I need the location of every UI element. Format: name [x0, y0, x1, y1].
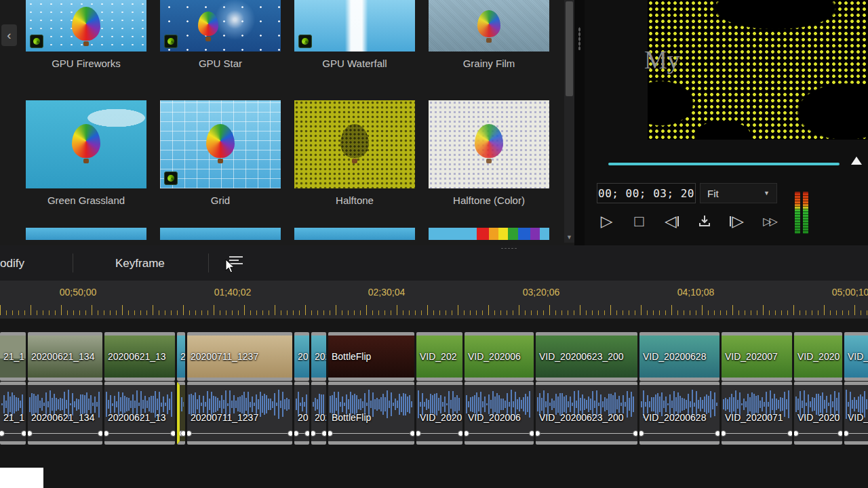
volume-keyframe-handle[interactable]	[458, 430, 462, 436]
audio-clip[interactable]: 20	[294, 382, 309, 445]
audio-clip[interactable]: VID_2	[844, 382, 868, 445]
volume-keyframe-handle[interactable]	[321, 430, 326, 436]
keyframe-button[interactable]: Keyframe	[115, 257, 165, 270]
effects-scrollbar[interactable]: ▼	[564, 0, 574, 243]
effect-thumbnail[interactable]	[294, 100, 415, 188]
audio-clip[interactable]: VID_2020	[416, 382, 462, 445]
volume-keyframe-handle[interactable]	[837, 430, 842, 436]
timecode-display[interactable]: 00; 00; 03; 20	[597, 183, 696, 203]
fast-forward-button[interactable]: ▷▷	[758, 209, 781, 232]
effect-item[interactable]: Green Grassland	[26, 100, 146, 206]
effect-thumbnail[interactable]	[429, 228, 549, 240]
volume-keyframe-handle[interactable]	[180, 430, 185, 436]
effect-thumbnail[interactable]	[160, 0, 281, 52]
audio-clip[interactable]: BottleFlip	[328, 382, 414, 445]
effect-item[interactable]	[294, 228, 415, 240]
volume-keyframe-handle[interactable]	[170, 430, 175, 436]
volume-keyframe-handle[interactable]	[187, 430, 192, 436]
modify-button[interactable]: odify	[0, 257, 24, 270]
effect-item[interactable]	[429, 228, 549, 240]
volume-line[interactable]	[794, 433, 842, 434]
volume-keyframe-handle[interactable]	[416, 430, 421, 436]
audio-clip[interactable]: 21_1	[0, 382, 26, 445]
volume-keyframe-handle[interactable]	[288, 430, 292, 436]
effect-thumbnail[interactable]	[429, 100, 549, 188]
effect-item[interactable]: GPU Waterfall	[294, 0, 415, 69]
scrollbar-thumb[interactable]	[566, 1, 573, 96]
audio-clip[interactable]: 20200621_134	[28, 382, 102, 445]
volume-keyframe-handle[interactable]	[410, 430, 414, 436]
scrollbar-down-button[interactable]: ▼	[564, 232, 574, 243]
volume-keyframe-handle[interactable]	[0, 430, 5, 436]
effect-item[interactable]: GPU Star	[160, 0, 281, 69]
snapshot-button[interactable]	[693, 209, 715, 232]
volume-keyframe-handle[interactable]	[28, 430, 33, 436]
effect-thumbnail[interactable]	[26, 228, 146, 240]
volume-keyframe-handle[interactable]	[844, 430, 849, 436]
play-button[interactable]: ▷	[595, 209, 618, 232]
effect-thumbnail[interactable]	[294, 0, 415, 52]
video-clip[interactable]: 20200621_134	[28, 332, 102, 381]
volume-line[interactable]	[465, 433, 534, 434]
effect-thumbnail[interactable]	[160, 100, 281, 188]
audio-clip[interactable]: VID_2020	[794, 382, 842, 445]
volume-line[interactable]	[187, 433, 292, 434]
previous-frame-button[interactable]: ◁	[660, 209, 683, 232]
volume-keyframe-handle[interactable]	[722, 430, 726, 436]
timeline-ruler[interactable]: 00;50;00 01;40;02 02;30;04 03;20;06 04;1…	[0, 281, 868, 319]
video-clip[interactable]: 2	[177, 332, 185, 381]
volume-line[interactable]	[104, 433, 175, 434]
volume-keyframe-handle[interactable]	[311, 430, 316, 436]
audio-clip[interactable]: VID_202006	[465, 382, 534, 445]
video-clip[interactable]: BottleFlip	[328, 332, 414, 381]
effect-thumbnail[interactable]	[294, 228, 415, 240]
volume-keyframe-handle[interactable]	[465, 430, 469, 436]
effect-thumbnail[interactable]	[26, 100, 146, 188]
video-clip[interactable]: VID_20	[844, 332, 868, 381]
volume-line[interactable]	[639, 433, 719, 434]
effect-item[interactable]: GPU Fireworks	[26, 0, 146, 69]
volume-keyframe-handle[interactable]	[328, 430, 333, 436]
video-clip[interactable]: 21_1	[0, 332, 26, 381]
volume-line[interactable]	[28, 433, 102, 434]
effect-item[interactable]	[26, 228, 146, 240]
volume-keyframe-handle[interactable]	[98, 430, 102, 436]
collapse-panel-button[interactable]: ‹	[1, 24, 17, 46]
video-clip[interactable]: VID_202	[416, 332, 462, 381]
audio-clip[interactable]: 20200711_1237	[187, 382, 292, 445]
audio-clip[interactable]: 20200621_13	[104, 382, 175, 445]
video-clip[interactable]: 20200711_1237	[187, 332, 292, 381]
video-clip[interactable]: VID_20200628	[639, 332, 719, 381]
effect-item[interactable]: Halftone	[294, 100, 415, 206]
effect-item[interactable]: Grid	[160, 100, 281, 206]
panel-splitter[interactable]	[574, 0, 585, 245]
volume-line[interactable]	[536, 433, 637, 434]
volume-keyframe-handle[interactable]	[536, 430, 540, 436]
zoom-mode-dropdown[interactable]: Fit ▼	[700, 183, 777, 203]
volume-keyframe-handle[interactable]	[787, 430, 792, 436]
volume-keyframe-handle[interactable]	[794, 430, 799, 436]
volume-keyframe-handle[interactable]	[715, 430, 719, 436]
effect-item[interactable]: Grainy Film	[429, 0, 549, 69]
effect-thumbnail[interactable]	[26, 0, 146, 52]
preview-seek-bar[interactable]	[608, 163, 840, 165]
volume-keyframe-handle[interactable]	[639, 430, 644, 436]
volume-keyframe-handle[interactable]	[633, 430, 637, 436]
audio-clip[interactable]: 2020	[311, 382, 326, 445]
effect-item[interactable]	[160, 228, 281, 240]
effect-item[interactable]: Halftone (Color)	[429, 100, 549, 206]
volume-line[interactable]	[416, 433, 462, 434]
stop-button[interactable]: □	[628, 209, 650, 232]
audio-clip[interactable]: VID_20200623_200	[536, 382, 637, 445]
video-clip[interactable]: 20	[294, 332, 309, 381]
video-clip[interactable]: 202	[311, 332, 326, 381]
video-clip[interactable]: VID_20200623_200	[536, 332, 637, 381]
audio-clip[interactable]: VID_20200628	[639, 382, 719, 445]
volume-line[interactable]	[722, 433, 792, 434]
audio-clip[interactable]	[177, 382, 185, 445]
audio-clip[interactable]: VID_2020071	[722, 382, 792, 445]
volume-keyframe-handle[interactable]	[529, 430, 534, 436]
volume-keyframe-handle[interactable]	[304, 430, 309, 436]
video-clip[interactable]: VID_2020	[794, 332, 842, 381]
volume-keyframe-handle[interactable]	[104, 430, 109, 436]
